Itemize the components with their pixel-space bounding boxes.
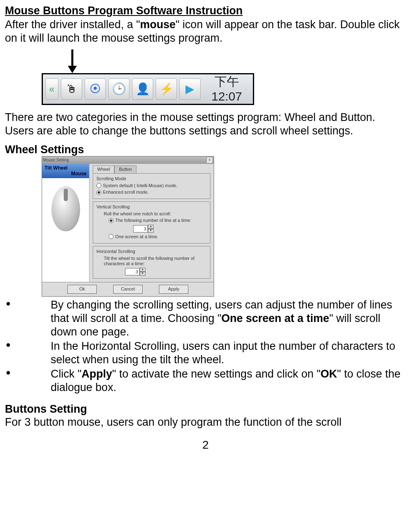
wheel-settings-heading: Wheel Settings: [5, 143, 406, 156]
tab-wheel[interactable]: Wheel: [93, 165, 114, 173]
page-number: 2: [5, 438, 406, 452]
tray-expand-chevron-icon[interactable]: «: [45, 78, 58, 100]
sidebar-banner-line2: Mouse: [45, 171, 87, 177]
wheel-bullet-list: By changing the scrolling setting, users…: [5, 298, 406, 394]
horizontal-spin-down-icon[interactable]: ▼: [140, 272, 145, 276]
radio-enhanced-scroll-label: Enhanced scroll mode.: [103, 190, 149, 195]
vertical-spin: 3 ▲ ▼: [133, 225, 154, 233]
radio-one-screen[interactable]: [109, 234, 114, 239]
mouse-illustration-icon: [51, 186, 80, 231]
sidebar-banner-line1: Tilt Wheel: [45, 165, 87, 171]
group-horizontal-title: Horizontal Scrolling: [96, 249, 207, 254]
intro-bold-mouse: mouse: [140, 18, 176, 31]
horizontal-spin: 3 ▲ ▼: [125, 268, 145, 276]
buttons-setting-heading: Buttons Setting: [5, 402, 406, 416]
tray-clock-text: 下午 12:07: [203, 74, 250, 104]
page-title: Mouse Buttons Program Software Instructi…: [5, 4, 406, 17]
bullet3-mid: " to activate the new settings and click…: [112, 368, 321, 380]
radio-one-screen-label: One screen at a time.: [115, 234, 158, 239]
bullet3-bold-apply: Apply: [82, 368, 112, 380]
radio-system-default-label: System default ( Intelli-Mouse) mode.: [103, 183, 177, 188]
tray-play-icon[interactable]: ▶: [179, 78, 201, 100]
dialog-titlebar: Mouse Setting ×: [42, 156, 214, 164]
group-horizontal-scrolling: Horizontal Scrolling Tilt the wheel to s…: [93, 246, 210, 279]
svg-marker-1: [68, 66, 77, 73]
vertical-spin-value[interactable]: 3: [133, 225, 148, 232]
dialog-title: Mouse Setting: [43, 158, 69, 163]
bullet-apply-ok: Click "Apply" to activate the new settin…: [5, 367, 406, 394]
group-scrolling-mode: Scrolling Mode System default ( Intelli-…: [93, 173, 210, 199]
buttons-setting-paragraph: For 3 button mouse, users can only progr…: [5, 416, 406, 429]
bullet3-bold-ok: OK: [321, 368, 337, 380]
apply-button[interactable]: Apply: [159, 285, 188, 294]
cancel-button[interactable]: Cancel: [113, 285, 143, 294]
tab-button[interactable]: Button: [114, 165, 136, 173]
tray-mouse-icon[interactable]: 🖱: [61, 78, 82, 100]
bullet1-bold: One screen at a time: [221, 312, 329, 324]
dialog-tabs: Wheel Button: [93, 165, 210, 173]
intro-paragraph: After the driver installed, a "mouse" ic…: [5, 18, 406, 45]
tray-clock-icon[interactable]: 🕒: [108, 78, 130, 100]
intro-text-prefix: After the driver installed, a ": [5, 18, 140, 31]
dialog-footer: Ok Cancel Apply: [42, 282, 214, 296]
dialog-sidebar: Tilt Wheel Mouse: [42, 164, 89, 282]
close-icon[interactable]: ×: [206, 157, 213, 163]
bullet-scrolling-setting: By changing the scrolling setting, users…: [5, 298, 406, 339]
tray-user-icon[interactable]: 👤: [132, 78, 153, 100]
group-scrolling-mode-title: Scrolling Mode: [96, 176, 207, 181]
horizontal-spin-up-icon[interactable]: ▲: [140, 268, 145, 272]
tray-media-icon[interactable]: ⦿: [85, 78, 106, 100]
horizontal-instruction: Tilt the wheel to scroll the following n…: [104, 256, 207, 266]
sidebar-banner: Tilt Wheel Mouse: [42, 164, 89, 178]
vertical-spin-up-icon[interactable]: ▲: [148, 225, 154, 229]
group-vertical-scrolling: Vertical Scrolling Roll the wheel one no…: [93, 201, 210, 244]
vertical-spin-down-icon[interactable]: ▼: [148, 229, 154, 233]
categories-paragraph: There are two categories in the mouse se…: [5, 111, 406, 137]
arrow-pointer: [66, 49, 406, 73]
bullet-horizontal-scrolling: In the Horizontal Scrolling, users can i…: [5, 340, 406, 367]
taskbar-figure: « 🖱 ⦿ 🕒 👤 ⚡ ▶ 下午 12:07: [42, 49, 406, 105]
mouse-settings-dialog: Mouse Setting × Tilt Wheel Mouse Wheel B…: [42, 156, 214, 297]
bullet3-pre: Click ": [51, 368, 82, 380]
taskbar: « 🖱 ⦿ 🕒 👤 ⚡ ▶ 下午 12:07: [42, 73, 254, 105]
radio-lines-at-time-label: The following number of line at a time:: [115, 218, 191, 223]
vertical-instruction: Roll the wheel one notch to scroll:: [104, 211, 207, 217]
ok-button[interactable]: Ok: [67, 285, 97, 294]
radio-enhanced-scroll[interactable]: [96, 190, 101, 195]
radio-lines-at-time[interactable]: [109, 218, 114, 223]
horizontal-spin-value[interactable]: 3: [125, 268, 140, 275]
group-vertical-title: Vertical Scrolling: [96, 204, 207, 210]
radio-system-default[interactable]: [96, 183, 101, 188]
tray-power-icon[interactable]: ⚡: [156, 78, 177, 100]
